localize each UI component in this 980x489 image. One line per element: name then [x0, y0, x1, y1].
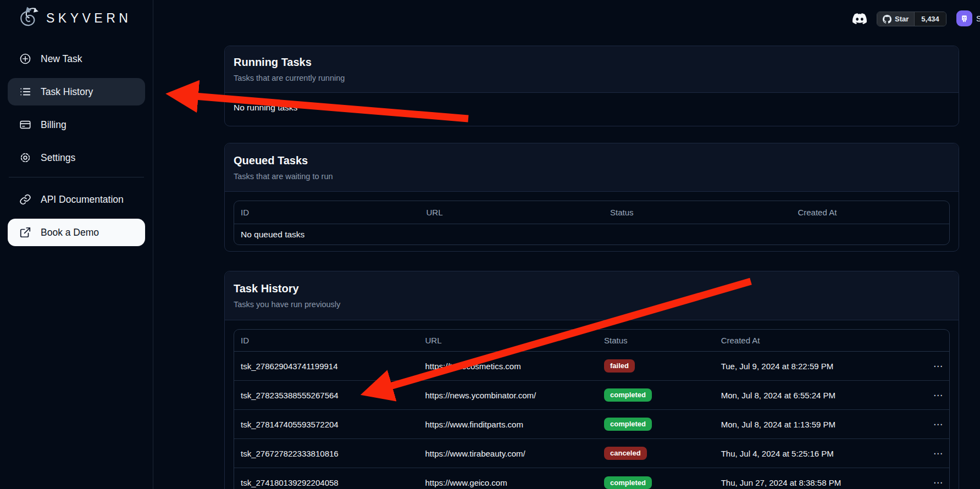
status-badge: completed — [604, 388, 652, 402]
sidebar-item-api-documentation[interactable]: API Documentation — [8, 186, 145, 213]
table-row[interactable]: tsk_274180139292204058 https://www.geico… — [234, 468, 949, 489]
task-history-title: Task History — [234, 282, 950, 295]
sidebar-divider — [9, 177, 144, 177]
task-history-header: Task History Tasks you have run previous… — [225, 271, 959, 320]
running-tasks-header: Running Tasks Tasks that are currently r… — [225, 46, 959, 93]
queued-tasks-table: ID URL Status Created At No queued tasks — [234, 201, 950, 245]
task-id-cell: tsk_274180139292204058 — [234, 478, 418, 487]
credit-card-icon — [19, 119, 31, 131]
ellipsis-icon[interactable]: ⋯ — [933, 448, 943, 459]
github-star-button[interactable]: Star — [877, 12, 914, 26]
row-actions-button[interactable]: ⋯ — [927, 360, 949, 372]
table-row[interactable]: tsk_276727822333810816 https://www.tirab… — [234, 439, 949, 468]
task-status-cell: failed — [597, 359, 715, 373]
queued-tasks-subtitle: Tasks that are waiting to run — [234, 172, 950, 181]
row-actions-button[interactable]: ⋯ — [927, 390, 949, 401]
row-actions-button[interactable]: ⋯ — [927, 477, 949, 488]
topbar: Star 5,434 Sh — [153, 0, 980, 35]
running-tasks-empty-text: No running tasks — [225, 93, 959, 123]
robot-avatar-icon — [960, 14, 969, 23]
sidebar-item-label: New Task — [41, 53, 82, 65]
table-row[interactable]: tsk_278235388555267564 https://news.ycom… — [234, 381, 949, 410]
task-created-at-cell: Thu, Jul 4, 2024 at 5:25:16 PM — [715, 449, 927, 458]
gear-icon — [19, 152, 31, 164]
status-badge: canceled — [604, 447, 647, 460]
queued-tasks-title: Queued Tasks — [234, 154, 950, 167]
queued-tasks-card: Queued Tasks Tasks that are waiting to r… — [224, 143, 959, 252]
queued-tasks-header: Queued Tasks Tasks that are waiting to r… — [225, 143, 959, 192]
task-created-at-cell: Mon, Jul 8, 2024 at 6:55:24 PM — [715, 391, 927, 400]
running-tasks-title: Running Tasks — [234, 56, 950, 69]
task-id-cell: tsk_278629043741199914 — [234, 362, 418, 371]
ellipsis-icon[interactable]: ⋯ — [933, 390, 943, 401]
task-history-card: Task History Tasks you have run previous… — [224, 271, 959, 489]
task-url-cell: https://www.tirabeauty.com/ — [418, 449, 597, 458]
task-created-at-cell: Thu, Jun 27, 2024 at 8:38:58 PM — [715, 478, 927, 487]
list-icon — [19, 86, 31, 98]
column-header-created-at: Created At — [791, 208, 949, 217]
sidebar-item-label: Book a Demo — [41, 227, 99, 238]
sidebar-item-label: Task History — [41, 86, 93, 98]
task-history-table-header: ID URL Status Created At — [234, 330, 949, 352]
queued-tasks-empty-row: No queued tasks — [234, 224, 949, 244]
column-header-url: URL — [418, 336, 597, 345]
task-status-cell: canceled — [597, 447, 715, 460]
link-icon — [19, 193, 31, 205]
status-badge: failed — [604, 359, 635, 373]
task-status-cell: completed — [597, 476, 715, 489]
sidebar-item-label: API Documentation — [41, 194, 124, 205]
table-row[interactable]: tsk_278629043741199914 https://tartecosm… — [234, 352, 949, 381]
github-star-widget[interactable]: Star 5,434 — [877, 12, 946, 26]
task-created-at-cell: Mon, Jul 8, 2024 at 1:13:59 PM — [715, 420, 927, 429]
task-url-cell: https://www.geico.com — [418, 478, 597, 487]
status-badge: completed — [604, 476, 652, 489]
sidebar-item-task-history[interactable]: Task History — [8, 78, 145, 105]
ellipsis-icon[interactable]: ⋯ — [933, 477, 943, 488]
column-header-created-at: Created At — [715, 336, 927, 345]
queued-tasks-empty-text: No queued tasks — [234, 230, 304, 240]
task-history-subtitle: Tasks you have run previously — [234, 300, 950, 309]
sidebar-item-label: Billing — [41, 119, 67, 131]
github-icon — [883, 15, 892, 24]
task-id-cell: tsk_278147405593572204 — [234, 420, 418, 429]
sidebar-item-book-a-demo[interactable]: Book a Demo — [8, 219, 145, 246]
task-history-table-body: tsk_278629043741199914 https://tartecosm… — [234, 352, 949, 489]
github-star-count[interactable]: 5,434 — [914, 12, 946, 26]
task-url-cell: https://tartecosmetics.com — [418, 362, 597, 371]
column-header-status: Status — [603, 208, 791, 217]
sidebar-nav: New Task Task History Billing Settings — [0, 0, 153, 252]
sidebar-item-label: Settings — [41, 152, 75, 164]
ellipsis-icon[interactable]: ⋯ — [933, 361, 943, 371]
sidebar-item-billing[interactable]: Billing — [8, 111, 145, 138]
status-badge: completed — [604, 418, 652, 431]
sidebar-item-settings[interactable]: Settings — [8, 144, 145, 171]
task-history-table: ID URL Status Created At tsk_27862904374… — [234, 329, 950, 489]
sidebar-item-new-task[interactable]: New Task — [8, 45, 145, 73]
plus-circle-icon — [19, 53, 31, 65]
row-actions-button[interactable]: ⋯ — [927, 419, 949, 430]
task-status-cell: completed — [597, 418, 715, 431]
row-actions-button[interactable]: ⋯ — [927, 448, 949, 459]
task-id-cell: tsk_276727822333810816 — [234, 449, 418, 458]
discord-icon[interactable] — [851, 12, 868, 26]
user-name[interactable]: Sh — [976, 14, 980, 23]
task-status-cell: completed — [597, 388, 715, 402]
task-url-cell: https://www.finditparts.com — [418, 420, 597, 429]
queued-tasks-table-header: ID URL Status Created At — [234, 201, 949, 224]
task-url-cell: https://news.ycombinator.com/ — [418, 391, 597, 400]
task-id-cell: tsk_278235388555267564 — [234, 391, 418, 400]
github-star-label: Star — [895, 15, 909, 23]
ellipsis-icon[interactable]: ⋯ — [933, 419, 943, 430]
column-header-id: ID — [234, 336, 418, 345]
task-created-at-cell: Tue, Jul 9, 2024 at 8:22:59 PM — [715, 362, 927, 371]
table-row[interactable]: tsk_278147405593572204 https://www.findi… — [234, 410, 949, 439]
running-tasks-subtitle: Tasks that are currently running — [234, 74, 950, 82]
column-header-status: Status — [597, 336, 715, 345]
running-tasks-card: Running Tasks Tasks that are currently r… — [224, 46, 959, 126]
column-header-url: URL — [419, 208, 603, 217]
sidebar: SKYVERN New Task Task History Billing — [0, 0, 153, 489]
external-link-icon — [19, 226, 31, 238]
column-header-id: ID — [234, 208, 419, 217]
user-avatar[interactable] — [956, 10, 972, 26]
